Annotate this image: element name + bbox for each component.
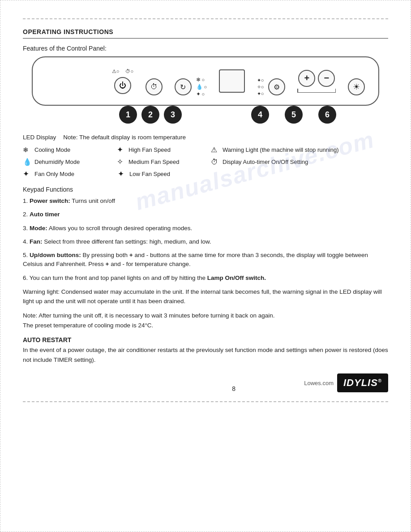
keypad-item-4: 4. Fan: Select from three different fan … <box>23 237 388 246</box>
med-speed-indicator: ✧○ <box>257 84 264 90</box>
footer-lowes-text: Lowes.com <box>304 380 334 386</box>
legend-warning-light: ⚠ Warning Light (the machine will stop r… <box>211 145 388 154</box>
legend-medium-fan: ✧ Medium Fan Speed <box>117 157 206 167</box>
warning-indicator: ⚠○ <box>112 69 120 74</box>
low-fan-label: Low Fan Speed <box>129 171 170 177</box>
fan-indicator: ✦○ <box>196 91 205 97</box>
cp-group-lamp: ☀ <box>348 67 365 95</box>
fan-group: ✦○ ✧○ ✦○ ⚙ <box>257 77 286 97</box>
power-switch-bold: Power switch: <box>30 197 70 204</box>
legend-dehumidify: 💧 Dehumidify Mode <box>23 157 112 167</box>
auto-timer-icon: ⏱ <box>211 158 220 166</box>
high-speed-indicator: ✦○ <box>257 77 264 83</box>
cp-group-fan: ✦○ ✧○ ✦○ ⚙ <box>257 66 286 97</box>
number-6-circle: 6 <box>318 106 336 124</box>
number-1-circle: 1 <box>119 106 137 124</box>
keypad-item-6: 6. You can turn the front and top panel … <box>23 274 388 283</box>
keypad-item-5: 5. Up/down buttons: By pressing both + a… <box>23 251 388 269</box>
note-text: Note: After turning the unit off, it is … <box>23 311 388 330</box>
warning-text: Warning light: Condensed water may accum… <box>23 287 388 306</box>
footer: 8 Lowes.com IDYLIS® <box>23 373 388 392</box>
mode-indicators: ❄○ 💧○ ✦○ <box>196 77 207 97</box>
footer-brand: Lowes.com IDYLIS® <box>304 373 388 392</box>
auto-restart-title: AUTO RESTART <box>23 336 388 343</box>
idylis-logo: IDYLIS® <box>337 373 388 392</box>
high-fan-label: High Fan Speed <box>128 146 171 153</box>
auto-restart-text: In the event of a power outage, the air … <box>23 345 388 365</box>
dehumidify-label: Dehumidify Mode <box>34 159 80 165</box>
mode-button[interactable]: ↻ <box>175 78 192 95</box>
fan-bold: Fan: <box>30 238 43 245</box>
medium-fan-icon: ✧ <box>117 157 126 167</box>
cp-top-indicators: ⚠○ ⏱○ <box>112 69 133 74</box>
low-speed-indicator: ✦○ <box>257 91 264 97</box>
keypad-item-1: 1. Power switch: Turns unit on/off <box>23 197 388 206</box>
warning-light-icon: ⚠ <box>211 146 220 154</box>
auto-timer-label: Display Auto-timer On/Off Setting <box>223 159 308 165</box>
low-fan-icon: ✦ <box>118 169 127 179</box>
idylis-registered-mark: ® <box>378 378 382 383</box>
cooling-mode-icon: ❄ <box>23 146 32 154</box>
footer-page-number: 8 <box>163 385 304 392</box>
keypad-item-2: 2. Auto timer <box>23 210 388 219</box>
control-panel-wrapper: ⚠○ ⏱○ ⏻ ⏱ ↻ ❄○ 💧○ ✦○ <box>23 56 388 130</box>
control-panel-diagram: ⚠○ ⏱○ ⏻ ⏱ ↻ ❄○ 💧○ ✦○ <box>32 56 379 106</box>
led-note: Note: The default display is room temper… <box>63 134 186 141</box>
number-3-circle: 3 <box>164 106 182 124</box>
title-divider <box>23 38 388 39</box>
mode-group: ↻ ❄○ 💧○ ✦○ <box>175 77 207 97</box>
panel-numbers-row: 1 2 3 4 5 6 <box>32 106 379 130</box>
timer-indicator: ⏱○ <box>125 69 133 74</box>
section-title: OPERATING INSTRUCTIONS <box>23 28 388 35</box>
legend-auto-timer: ⏱ Display Auto-timer On/Off Setting <box>211 157 388 167</box>
keypad-title: Keypad Functions <box>23 186 388 193</box>
dehumidify-icon: 💧 <box>23 158 32 166</box>
updown-bold: Up/down buttons: <box>30 252 81 258</box>
power-button[interactable]: ⏻ <box>114 77 131 94</box>
auto-timer-bold: Auto timer <box>30 211 60 218</box>
fan-speed-indicators: ✦○ ✧○ ✦○ <box>257 77 264 97</box>
legend-grid: ❄ Cooling Mode ✦ High Fan Speed ⚠ Warnin… <box>23 145 388 179</box>
cp-group-3: ↻ ❄○ 💧○ ✦○ <box>175 65 207 97</box>
fan-only-icon: ✦ <box>23 169 32 179</box>
plus-minus-buttons: + − <box>298 70 335 87</box>
legend-cooling-mode: ❄ Cooling Mode <box>23 145 112 154</box>
droplet-indicator: 💧○ <box>196 84 207 90</box>
number-2-circle: 2 <box>141 106 159 124</box>
timer-button[interactable]: ⏱ <box>146 78 163 95</box>
warning-light-label: Warning Light (the machine will stop run… <box>223 146 339 153</box>
mode-bold: Mode: <box>30 225 47 232</box>
fan-button[interactable]: ⚙ <box>268 78 285 95</box>
lamp-switch-bold: Lamp On/Off switch. <box>207 275 266 281</box>
legend-fan-only: ✦ Fan Only Mode <box>23 169 112 179</box>
plus-minus-group: + − <box>297 70 336 93</box>
keypad-item-3: 3. Mode: Allows you to scroll through de… <box>23 224 388 233</box>
led-display-row: LED Display Note: The default display is… <box>23 134 388 141</box>
legend-low-fan: ✦ Low Fan Speed <box>117 169 206 179</box>
number-4-circle: 4 <box>251 106 269 124</box>
number-5-circle: 5 <box>285 106 303 124</box>
high-fan-icon: ✦ <box>117 145 126 154</box>
legend-high-fan: ✦ High Fan Speed <box>117 145 206 154</box>
snowflake-indicator: ❄○ <box>196 77 205 83</box>
features-label: Features of the Control Panel: <box>23 45 388 52</box>
led-display-label: LED Display <box>23 134 56 141</box>
cp-group-1: ⚠○ ⏱○ ⏻ <box>112 69 133 94</box>
keypad-section: Keypad Functions 1. Power switch: Turns … <box>23 186 388 283</box>
bracket-indicator <box>297 89 336 93</box>
idylis-logo-text: IDYLIS <box>343 377 378 388</box>
cooling-mode-label: Cooling Mode <box>34 146 70 153</box>
cp-group-2: ⏱ <box>146 67 163 95</box>
plus-button[interactable]: + <box>298 70 315 87</box>
page: manualsarchive.com OPERATING INSTRUCTION… <box>0 0 411 532</box>
fan-only-label: Fan Only Mode <box>34 171 74 177</box>
minus-button[interactable]: − <box>318 70 335 87</box>
led-display <box>219 69 245 93</box>
lamp-button[interactable]: ☀ <box>348 78 365 95</box>
medium-fan-label: Medium Fan Speed <box>128 159 179 165</box>
